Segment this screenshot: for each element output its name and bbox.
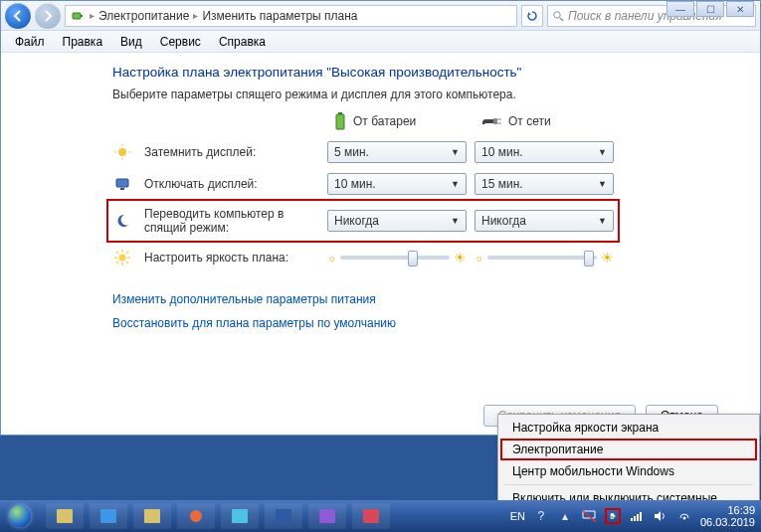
dim-battery-dropdown[interactable]: 5 мин.▼ xyxy=(327,141,467,163)
tray-sync-icon[interactable] xyxy=(676,508,692,524)
menu-separator xyxy=(504,484,753,485)
chevron-down-icon: ▼ xyxy=(598,216,607,226)
sun-large-icon: ☀ xyxy=(454,250,467,266)
taskbar-app[interactable] xyxy=(308,503,346,529)
menu-edit[interactable]: Правка xyxy=(55,33,111,51)
tray-action-center-icon[interactable] xyxy=(581,508,597,524)
advanced-link[interactable]: Изменить дополнительные параметры питани… xyxy=(112,292,720,306)
breadcrumb-root[interactable]: Электропитание xyxy=(98,9,189,23)
svg-rect-37 xyxy=(634,516,636,521)
refresh-button[interactable] xyxy=(521,5,543,27)
power-plan-icon xyxy=(70,8,86,24)
nav-bar: ▸ Электропитание ▸ Изменить параметры пл… xyxy=(1,1,760,31)
svg-rect-6 xyxy=(493,118,497,124)
links-block: Изменить дополнительные параметры питани… xyxy=(112,292,720,330)
dim-icon xyxy=(112,142,132,162)
col-ac: От сети xyxy=(475,114,614,128)
off-battery-dropdown[interactable]: 10 мин.▼ xyxy=(327,173,467,195)
svg-point-2 xyxy=(554,11,560,17)
svg-line-22 xyxy=(126,262,128,264)
tray-time: 16:39 xyxy=(700,504,755,516)
search-icon xyxy=(552,10,564,22)
menu-mobility[interactable]: Центр мобильности Windows xyxy=(500,460,757,482)
svg-rect-34 xyxy=(611,516,613,518)
tray-help-icon[interactable]: ? xyxy=(533,508,549,524)
menu-view[interactable]: Вид xyxy=(112,33,150,51)
tray-network-icon[interactable] xyxy=(629,508,645,524)
display-off-icon xyxy=(112,174,132,194)
chevron-down-icon: ▼ xyxy=(451,147,460,157)
svg-rect-15 xyxy=(120,188,124,190)
plug-icon xyxy=(480,114,502,128)
sun-large-icon: ☀ xyxy=(601,250,614,266)
tray-volume-icon[interactable] xyxy=(653,508,668,524)
page-instruction: Выберите параметры спящего режима и дисп… xyxy=(112,88,720,101)
taskbar-app[interactable] xyxy=(265,503,302,529)
language-indicator[interactable]: EN xyxy=(510,510,525,522)
back-button[interactable] xyxy=(5,3,31,29)
tray-clock[interactable]: 16:39 06.03.2019 xyxy=(700,504,755,528)
svg-rect-39 xyxy=(640,512,642,521)
sun-small-icon: ☼ xyxy=(475,253,483,264)
menu-power[interactable]: Электропитание xyxy=(500,439,757,460)
col-battery: От батареи xyxy=(327,111,467,131)
sleep-row-highlight: Переводить компьютер в спящий режим: Ник… xyxy=(106,199,620,243)
svg-rect-27 xyxy=(144,509,160,523)
menu-file[interactable]: Файл xyxy=(7,33,53,51)
dim-ac-dropdown[interactable]: 10 мин.▼ xyxy=(475,141,614,163)
taskbar-app[interactable] xyxy=(133,503,171,529)
tray-chevron-icon[interactable]: ▴ xyxy=(557,508,573,524)
svg-rect-25 xyxy=(57,509,73,523)
svg-rect-26 xyxy=(100,509,116,523)
control-panel-window: — ☐ ✕ ▸ Электропитание ▸ Изменить параме… xyxy=(0,0,761,436)
close-button[interactable]: ✕ xyxy=(726,1,754,17)
svg-rect-32 xyxy=(363,509,379,523)
window-controls: — ☐ ✕ xyxy=(666,1,754,17)
menu-service[interactable]: Сервис xyxy=(152,33,209,51)
bright-battery-slider[interactable]: ☼ ☀ xyxy=(327,247,467,268)
taskbar-app[interactable] xyxy=(177,503,215,529)
minimize-button[interactable]: — xyxy=(666,1,694,17)
svg-point-28 xyxy=(190,510,202,522)
sleep-battery-dropdown[interactable]: Никогда▼ xyxy=(327,210,467,232)
svg-rect-29 xyxy=(232,509,248,523)
menu-brightness[interactable]: Настройка яркости экрана xyxy=(500,417,757,439)
maximize-button[interactable]: ☐ xyxy=(696,1,724,17)
off-ac-dropdown[interactable]: 15 мин.▼ xyxy=(475,173,614,195)
tray-power-icon[interactable] xyxy=(605,508,621,524)
breadcrumb[interactable]: ▸ Электропитание ▸ Изменить параметры пл… xyxy=(65,5,517,27)
taskbar-app[interactable] xyxy=(221,503,259,529)
start-button[interactable] xyxy=(0,500,40,532)
bright-ac-slider[interactable]: ☼ ☀ xyxy=(475,247,614,268)
svg-line-21 xyxy=(116,252,118,254)
chevron-down-icon: ▼ xyxy=(598,179,607,189)
svg-rect-35 xyxy=(614,515,615,517)
svg-point-9 xyxy=(118,148,126,156)
taskbar-app[interactable] xyxy=(46,503,84,529)
svg-rect-5 xyxy=(338,112,342,114)
off-label: Отключать дисплей: xyxy=(144,177,319,191)
tray-date: 06.03.2019 xyxy=(700,516,755,528)
taskbar-app[interactable] xyxy=(352,503,390,529)
dim-label: Затемнить дисплей: xyxy=(144,145,319,159)
system-tray: EN ? ▴ 16:39 06.03.2019 xyxy=(510,504,761,528)
svg-line-3 xyxy=(560,18,563,21)
breadcrumb-leaf[interactable]: Изменить параметры плана xyxy=(202,9,357,23)
chevron-right-icon: ▸ xyxy=(193,10,198,21)
svg-point-16 xyxy=(119,255,126,262)
sleep-icon xyxy=(112,211,132,231)
taskbar-app[interactable] xyxy=(90,503,127,529)
chevron-right-icon: ▸ xyxy=(90,10,95,21)
brightness-icon xyxy=(112,248,132,267)
sleep-ac-dropdown[interactable]: Никогда▼ xyxy=(475,210,614,232)
restore-link[interactable]: Восстановить для плана параметры по умол… xyxy=(112,316,720,330)
svg-rect-1 xyxy=(81,15,83,17)
forward-button[interactable] xyxy=(35,3,61,29)
menu-help[interactable]: Справка xyxy=(211,33,274,51)
chevron-down-icon: ▼ xyxy=(451,179,460,189)
svg-rect-31 xyxy=(319,509,335,523)
sleep-label: Переводить компьютер в спящий режим: xyxy=(144,207,319,235)
svg-rect-4 xyxy=(336,114,344,129)
svg-rect-30 xyxy=(276,509,291,523)
svg-point-40 xyxy=(682,517,685,520)
